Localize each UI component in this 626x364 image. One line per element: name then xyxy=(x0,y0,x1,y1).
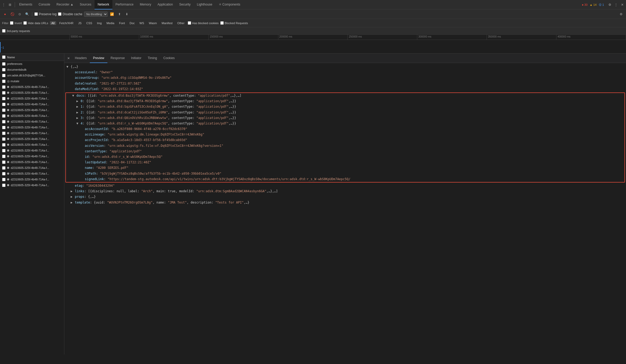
request-item-urn[interactable]: urn:adsk.dtt:b3VjbgWjTYSA... xyxy=(0,72,64,78)
tab-components[interactable]: ⚛ Components xyxy=(216,0,243,9)
select-all-checkbox[interactable] xyxy=(2,55,6,59)
tab-recorder[interactable]: Recorder ▲ xyxy=(53,0,77,9)
filter-type-doc[interactable]: Doc xyxy=(128,21,136,25)
request-item-r8[interactable]: d2310605-325f-4b48-714a-f... xyxy=(0,124,64,130)
tab-application[interactable]: Application xyxy=(154,0,176,9)
request-item-r12[interactable]: d2310605-325f-4b48-714a-f... xyxy=(0,148,64,153)
request-name: d2310605-325f-4b48-714a-f... xyxy=(11,91,49,94)
request-item-r13[interactable]: d2310605-325f-4b48-714a-f... xyxy=(0,153,64,159)
import-button[interactable]: 📶 xyxy=(109,11,115,17)
export-button[interactable]: ⬆ xyxy=(117,11,122,17)
json-bottom-prop-links[interactable]: ▶links: [{disciplines: null, label: "Arc… xyxy=(64,189,626,194)
request-item-r16[interactable]: d2310605-325f-4b48-714a-f... xyxy=(0,171,64,176)
hide-data-urls-checkbox[interactable]: Hide data URLs xyxy=(23,21,48,25)
filter-type-js[interactable]: JS xyxy=(77,21,83,25)
request-item-mutate[interactable]: ◎ mutate xyxy=(0,78,64,84)
json-bottom-prop-template[interactable]: ▶template: {uuid: "WUVNJPtnTM26OrgOSm7L0… xyxy=(64,200,626,205)
timeline-area: −1 xyxy=(0,40,626,54)
request-item-r6[interactable]: d2310605-325f-4b48-714a-f... xyxy=(0,113,64,119)
request-item-r9[interactable]: d2310605-325f-4b48-714a-f... xyxy=(0,130,64,136)
request-dot xyxy=(7,144,9,146)
blocked-requests-checkbox[interactable]: Blocked Requests xyxy=(220,21,248,25)
filter-type-other[interactable]: Other xyxy=(176,21,186,25)
json-docs-line[interactable]: ▼docs: [{id: "urn:adsk.dtd:Baz3jf5WTA-MX… xyxy=(66,93,624,98)
detail-tab-preview[interactable]: Preview xyxy=(90,54,107,63)
request-item-r4[interactable]: d2310605-325f-4b48-714a-f... xyxy=(0,101,64,107)
preserve-log-checkbox[interactable]: Preserve log xyxy=(34,12,56,16)
request-name: d2310605-325f-4b48-714a-f... xyxy=(11,85,49,89)
tab-elements[interactable]: Elements xyxy=(16,0,35,9)
request-item-r3[interactable]: d2310605-325f-4b48-714a-f... xyxy=(0,96,64,101)
request-item-pref[interactable]: preferences xyxy=(0,61,64,67)
detail-tab-timing[interactable]: Timing xyxy=(144,54,160,63)
preview-area[interactable]: ▼{,…} accessLevel: "Owner" accountGroup:… xyxy=(64,63,626,355)
tab-performance[interactable]: Performance xyxy=(112,0,137,9)
detail-tab-cookies[interactable]: Cookies xyxy=(160,54,178,63)
request-item-r10[interactable]: d2310605-325f-4b48-714a-f... xyxy=(0,136,64,142)
request-item-docbulk[interactable]: documentsbulk xyxy=(0,67,64,72)
tab-console[interactable]: Console xyxy=(35,0,53,9)
network-settings-icon[interactable]: ⚙ xyxy=(618,11,624,17)
request-list[interactable]: preferencesdocumentsbulkurn:adsk.dtt:b3V… xyxy=(0,61,64,355)
tab-memory[interactable]: Memory xyxy=(137,0,154,9)
devtools-icons: ⋮ ⊞ xyxy=(1,2,15,7)
filter-type-all[interactable]: All xyxy=(50,21,56,25)
request-name: d2310605-325f-4b48-714a-f... xyxy=(11,172,49,175)
settings-icon[interactable]: ⚙ xyxy=(607,2,612,7)
request-item-r7[interactable]: d2310605-325f-4b48-714a-f... xyxy=(0,119,64,124)
network-timeline[interactable]: 50000 ms 100000 ms 150000 ms 200000 ms 2… xyxy=(0,35,626,54)
json-prop-dateModified: dateModified: "2022-01-19T22:14:03Z" xyxy=(64,86,626,92)
filter-type-manifest[interactable]: Manifest xyxy=(160,21,174,25)
filter-toggle-button[interactable]: ⊙ xyxy=(17,11,23,17)
filter-type-img[interactable]: Img xyxy=(95,21,103,25)
more-options-icon[interactable]: ⋮ xyxy=(613,2,619,7)
clear-button[interactable]: 🚫 xyxy=(9,11,15,17)
third-party-checkbox[interactable]: 3rd-party requests xyxy=(2,29,30,33)
throttle-select[interactable]: No throttling xyxy=(84,12,108,17)
request-item-r2[interactable]: d2310605-325f-4b48-714a-f... xyxy=(0,90,64,96)
request-name: d2310605-325f-4b48-714a-f... xyxy=(11,114,49,117)
request-item-r17[interactable]: d2310605-325f-4b48-714a-f... xyxy=(0,176,64,182)
filter-type-fetch-xhr[interactable]: Fetch/XHR xyxy=(58,21,75,25)
request-item-r11[interactable]: d2310605-325f-4b48-714a-f... xyxy=(0,142,64,148)
request-name: urn:adsk.dtt:b3VjbgWjTYSA... xyxy=(7,74,45,77)
close-devtools-icon[interactable]: ✕ xyxy=(620,2,625,7)
tab-network[interactable]: Network xyxy=(95,0,112,9)
request-item-r1[interactable]: d2310605-325f-4b48-714a-f... xyxy=(0,84,64,90)
tab-lighthouse[interactable]: Lighthouse xyxy=(194,0,216,9)
json-docs-item-2[interactable]: ▶2: {{id: "urn:adsk.dtd:dcaCt2jiSGe05oFZ… xyxy=(66,110,624,115)
tab-end-badges: ● 30 ▲ 14 🛈 1 ⚙ ⋮ ✕ xyxy=(582,2,625,7)
json-docs-item-4[interactable]: ▼4: {{id: "urn:adsk.dtd:r_s_W-wbS0KpUDm7… xyxy=(66,121,624,126)
json-prop-accVersion: accVersion: "urn:adsk.wipstg:fs.file:vf.… xyxy=(66,143,624,149)
filter-type-wasm[interactable]: Wasm xyxy=(147,21,159,25)
devtools-menu-icon[interactable]: ⋮ xyxy=(1,2,6,7)
json-docs-item-3[interactable]: ▶3: {{id: "urn:adsk.dtd:Q8inOVzhRviEoJRB… xyxy=(66,115,624,121)
json-docs-item-0[interactable]: ▶0: {{id: "urn:adsk.dtd:Baz3jf5WTA-MX3EO… xyxy=(66,98,624,104)
filter-type-css[interactable]: CSS xyxy=(85,21,94,25)
tab-sources[interactable]: Sources xyxy=(77,0,95,9)
detail-tab-headers[interactable]: Headers xyxy=(72,54,90,63)
detail-tab-initiator[interactable]: Initiator xyxy=(128,54,144,63)
request-item-r18[interactable]: d2310605-325f-4b48-714a-f... xyxy=(0,182,64,188)
detail-tab-response[interactable]: Response xyxy=(107,54,128,63)
json-docs-item-1[interactable]: ▶1: {{id: "urn:adsk.dtd:SqzGFsAfS3CcknEq… xyxy=(66,104,624,110)
record-button[interactable]: ● xyxy=(2,11,8,17)
json-prop-accLineage: accLineage: "urn:adsk.wipstg:dm.lineage:… xyxy=(66,132,624,137)
has-blocked-cookies-checkbox[interactable]: Has blocked cookies xyxy=(188,21,219,25)
tab-security[interactable]: Security xyxy=(176,0,194,9)
close-detail-icon[interactable]: ✕ xyxy=(65,55,72,61)
filter-type-font[interactable]: Font xyxy=(117,21,126,25)
filter-type-ws[interactable]: WS xyxy=(138,21,146,25)
request-item-r5[interactable]: d2310605-325f-4b48-714a-f... xyxy=(0,107,64,113)
request-item-r15[interactable]: d2310605-325f-4b48-714a-f... xyxy=(0,165,64,171)
invert-checkbox[interactable]: Invert xyxy=(10,21,22,25)
request-item-r14[interactable]: d2310605-325f-4b48-714a-f... xyxy=(0,159,64,165)
search-button[interactable]: 🔍 xyxy=(24,11,30,17)
json-bottom-prop-props[interactable]: ▶props: {,…} xyxy=(64,194,626,200)
json-root[interactable]: ▼{,…} xyxy=(64,64,626,70)
devtools-layout-icon[interactable]: ⊞ xyxy=(7,2,13,7)
download-button[interactable]: ⬇ xyxy=(124,11,130,17)
disable-cache-checkbox[interactable]: Disable cache xyxy=(58,12,82,16)
filter-type-media[interactable]: Media xyxy=(105,21,116,25)
json-bottom-prop-etag: etag: "1642630443294" xyxy=(64,183,626,189)
